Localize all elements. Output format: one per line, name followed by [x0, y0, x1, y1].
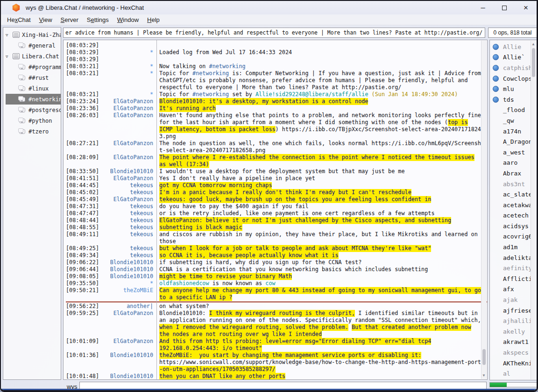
user-nick: AKTheKni	[503, 360, 532, 367]
user-list-item[interactable]: Abrax	[490, 168, 537, 179]
user-list-item[interactable]: acetakwa	[490, 200, 537, 210]
nick: another|	[99, 303, 155, 310]
user-list-item[interactable]: aefinity	[490, 263, 537, 273]
user-list-item[interactable]: Cowclops	[490, 73, 537, 84]
sidebar-item-libera-chat[interactable]: ▽Libera.Chat	[6, 51, 61, 62]
userlist-scrollbar[interactable]: ▲	[531, 41, 536, 379]
chat-line: [09:56:22]another|on what system?	[66, 303, 487, 310]
menu-window[interactable]: Window	[113, 15, 143, 24]
user-list-item[interactable]: acovrig6	[490, 231, 537, 242]
user-list-item[interactable]: AKTheKni	[490, 358, 537, 369]
user-list-item[interactable]: ajak	[490, 294, 537, 305]
user-list-item[interactable]: acetech	[490, 210, 537, 221]
user-nick: ajak	[503, 296, 517, 303]
menu-help[interactable]: Help	[143, 15, 164, 24]
user-list-item[interactable]: Afflicti	[490, 273, 537, 284]
user-list-item[interactable]: al	[490, 368, 537, 379]
message-text: got my CCNA tomorrow morning chaps	[155, 182, 272, 189]
user-list-item[interactable]: aaro	[490, 158, 537, 168]
sidebar-item--networkin[interactable]: #networkin	[6, 94, 61, 105]
sidebar-item--linux[interactable]: #linux	[6, 83, 61, 94]
chat-scrollbar[interactable]: ▼	[481, 41, 487, 379]
expander-icon[interactable]: ▽	[6, 33, 13, 37]
nick	[99, 366, 155, 373]
user-list-item[interactable]: akelly	[490, 326, 537, 337]
sidebar-item--programm[interactable]: ##programm	[6, 62, 61, 72]
timestamp	[66, 133, 99, 140]
sidebar-item--python[interactable]: #python	[6, 115, 61, 126]
user-list: AllieAllie`catphishCowclopsmlutds_flood_…	[489, 40, 537, 380]
user-list-item[interactable]: a174n	[490, 126, 537, 137]
chat-line: [08:49:34]tekeousso CCNA it is, because …	[66, 252, 487, 259]
sidebar-item--rust[interactable]: ##rust	[6, 72, 61, 83]
user-list-item[interactable]: abs3nt	[490, 179, 537, 189]
message-text: ElGatoPanzon: believe it or not I'm just…	[155, 217, 451, 224]
scroll-up-icon[interactable]: ▲	[531, 42, 536, 46]
user-nick: ad1m	[503, 244, 517, 251]
close-button[interactable]: ×	[515, 1, 537, 14]
userlist-scrollbar-thumb[interactable]	[532, 48, 535, 77]
minimize-icon: ─	[481, 4, 485, 11]
message-text: oldfashionedcow is now known as cow	[155, 280, 276, 287]
maximize-button[interactable]	[494, 1, 515, 14]
user-nick: catphish	[503, 64, 532, 71]
timestamp: [09:59:25]	[66, 310, 99, 317]
user-list-item[interactable]: ajfriese	[490, 305, 537, 316]
user-nick: mlu	[503, 85, 514, 92]
nick	[99, 126, 155, 133]
lag-meter	[489, 382, 537, 387]
user-list-item[interactable]: catphish	[490, 63, 537, 73]
chat-line: [10:01:48]Blondie101010then you can DNAT…	[66, 373, 487, 380]
sidebar-item--postgresq[interactable]: #postgresq	[6, 105, 61, 115]
user-list-item[interactable]: afx	[490, 284, 537, 295]
chat-line: [08:03:21]*Topic for #networking is: Com…	[66, 70, 487, 77]
message-text: ICMP latency, bottom is packet loss) htt…	[155, 126, 484, 133]
chat-line: for the last hour ish apart from a momen…	[66, 119, 487, 126]
user-list-item[interactable]: ac_slate	[490, 189, 537, 200]
chat-scrollbar-thumb[interactable]	[482, 349, 486, 365]
user-nick: afx	[503, 286, 514, 293]
user-list-item[interactable]: akspecs	[490, 347, 537, 358]
user-list-item[interactable]: adelikta	[490, 252, 537, 263]
user-list-item[interactable]: Allie	[490, 42, 537, 52]
user-list-item[interactable]: Allie`	[490, 52, 537, 63]
menu-settings[interactable]: Settings	[83, 15, 113, 24]
user-list-item[interactable]: a_west	[490, 147, 537, 158]
user-list-item[interactable]: A_Dragon	[490, 136, 537, 147]
timestamp: [10:01:36]	[66, 352, 99, 359]
sidebar-item--general[interactable]: #general	[6, 40, 61, 51]
menu-view[interactable]: View	[35, 15, 57, 24]
user-nick: akelly	[503, 328, 525, 335]
timestamp: [08:41:51]	[66, 175, 99, 182]
user-nick: aefinity	[503, 265, 532, 272]
sidebar-item--tzero[interactable]: #tzero	[6, 126, 61, 137]
minimize-button[interactable]: ─	[472, 1, 494, 14]
timestamp: [09:06:44]	[66, 266, 99, 273]
user-list-item[interactable]: acidsys	[490, 221, 537, 231]
sidebar-item-xing-hai-zha[interactable]: ▽Xing-Hai-Zha	[6, 29, 61, 40]
timestamp: [10:01:09]	[66, 338, 99, 345]
topic-input[interactable]: er advice from humans | Please be friend…	[63, 28, 485, 38]
timestamp: [08:49:25]	[66, 245, 99, 252]
user-list-item[interactable]: _qw	[490, 115, 537, 126]
user-list-item[interactable]: akrawt1	[490, 337, 537, 348]
channel-label: #tzero	[28, 128, 49, 135]
user-list-item[interactable]: _flood	[490, 105, 537, 116]
scroll-down-icon[interactable]: ▼	[481, 373, 486, 378]
user-list-item[interactable]: mlu	[490, 84, 537, 94]
menu-hexchat[interactable]: HexChat	[3, 15, 35, 24]
message-input[interactable]	[79, 382, 487, 392]
message-text: might be time to revise your binary Math	[155, 273, 292, 280]
user-list-item[interactable]: tds	[490, 94, 537, 105]
user-nick: adelikta	[503, 254, 532, 261]
message-text: as well (17:34)	[155, 161, 209, 168]
user-list-item[interactable]: ajhalili	[490, 315, 537, 326]
user-nick: a174n	[503, 128, 521, 135]
title-bar: wys @ Libera.Chat / #networking - HexCha…	[1, 1, 537, 14]
menu-server[interactable]: Server	[57, 15, 83, 24]
chat-line: [08:27:21]ElGatoPanzonThe node in questi…	[66, 140, 487, 147]
timestamp: [09:06:22]	[66, 259, 99, 266]
timestamp	[66, 345, 99, 352]
expander-icon[interactable]: ▽	[6, 54, 13, 59]
user-list-item[interactable]: ad1m	[490, 242, 537, 252]
